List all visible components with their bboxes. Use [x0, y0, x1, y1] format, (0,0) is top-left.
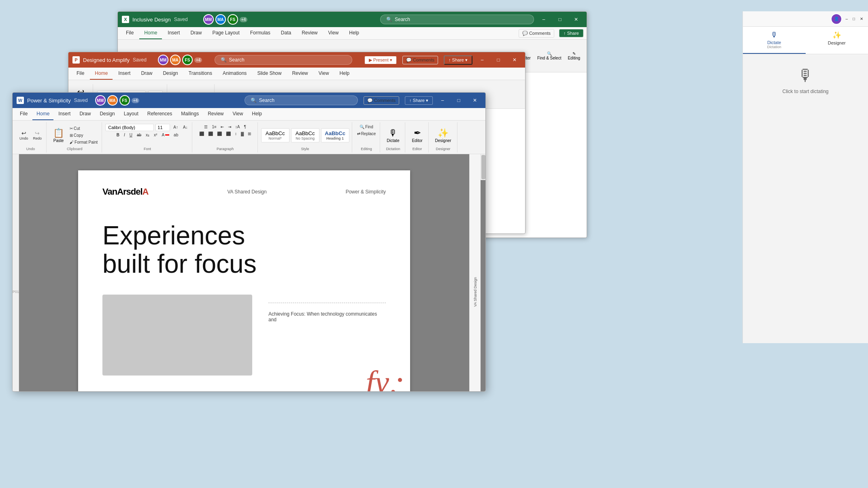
excel-tab-pagelayout[interactable]: Page Layout: [207, 27, 244, 39]
word-bold-btn[interactable]: B: [115, 132, 121, 138]
word-undo-btn[interactable]: ↩ Undo: [17, 129, 30, 142]
right-panel-close[interactable]: ✕: [858, 16, 865, 22]
word-tab-home[interactable]: Home: [32, 108, 53, 120]
word-underline-btn[interactable]: U: [128, 132, 134, 138]
word-format-paint-btn[interactable]: 🖌 Format Paint: [68, 139, 99, 145]
right-panel-tab-designer[interactable]: ✨ Designer: [806, 27, 868, 54]
excel-tab-view[interactable]: View: [323, 27, 344, 39]
line-spacing-btn[interactable]: ↕: [233, 131, 238, 137]
right-panel-maximize[interactable]: □: [851, 16, 857, 22]
word-maximize-btn[interactable]: □: [452, 95, 465, 106]
style-heading1[interactable]: AaBbCc Heading 1: [321, 128, 349, 142]
excel-tab-review[interactable]: Review: [297, 27, 322, 39]
ppt-minimize-btn[interactable]: –: [476, 55, 489, 65]
align-center-btn[interactable]: ⬛: [206, 131, 215, 137]
word-paste-btn[interactable]: 📋 Paste: [50, 126, 67, 144]
ppt-tab-design[interactable]: Design: [158, 68, 183, 80]
right-panel-tab-dictation[interactable]: 🎙 Dictate Dictation: [743, 27, 806, 54]
word-strikethrough-btn[interactable]: ab: [135, 132, 143, 138]
excel-close-btn[interactable]: ✕: [570, 14, 583, 25]
word-redo-btn[interactable]: ↪ Redo: [31, 129, 44, 142]
style-normal[interactable]: AaBbCc Normal*: [261, 128, 289, 142]
excel-tab-data[interactable]: Data: [276, 27, 296, 39]
borders-btn[interactable]: ⊞: [246, 131, 253, 137]
justify-btn[interactable]: ⬛: [224, 131, 232, 137]
word-font-input[interactable]: [105, 124, 154, 131]
align-right-btn[interactable]: ⬛: [215, 131, 223, 137]
word-fontsize-input[interactable]: [155, 124, 170, 131]
excel-maximize-btn[interactable]: □: [553, 14, 566, 25]
excel-search-box[interactable]: 🔍 Search: [380, 15, 534, 24]
word-tab-review[interactable]: Review: [204, 108, 228, 120]
bullet-list-btn[interactable]: ☰: [202, 124, 209, 130]
ppt-tab-home[interactable]: Home: [90, 68, 113, 80]
ppt-tab-file[interactable]: File: [72, 68, 89, 80]
ppt-share-btn[interactable]: ↑ Share ▾: [444, 55, 472, 65]
excel-find-btn[interactable]: 🔍Find & Select: [535, 50, 564, 62]
word-subscript-btn[interactable]: x₂: [144, 132, 151, 138]
ppt-present-btn[interactable]: ▶ Present ▾: [364, 56, 397, 64]
word-tab-draw[interactable]: Draw: [75, 108, 95, 120]
indent-increase-btn[interactable]: ⇥: [226, 124, 233, 130]
ppt-tab-slideshow[interactable]: Slide Show: [252, 68, 286, 80]
excel-share-btn[interactable]: ↑ Share: [559, 29, 583, 37]
ppt-maximize-btn[interactable]: □: [492, 55, 505, 65]
excel-tab-draw[interactable]: Draw: [185, 27, 206, 39]
ppt-close-btn[interactable]: ✕: [508, 55, 521, 65]
word-tab-layout[interactable]: Layout: [120, 108, 143, 120]
excel-tab-formulas[interactable]: Formulas: [245, 27, 275, 39]
ppt-tab-view[interactable]: View: [314, 68, 334, 80]
word-italic-btn[interactable]: I: [122, 132, 127, 138]
sort-btn[interactable]: ↕A: [234, 124, 242, 130]
word-superscript-btn[interactable]: x²: [152, 132, 159, 138]
word-tab-help[interactable]: Help: [248, 108, 266, 120]
excel-tab-file[interactable]: File: [121, 27, 138, 39]
ppt-search-box[interactable]: 🔍 Search: [215, 55, 352, 65]
word-tab-mailings[interactable]: Mailings: [177, 108, 203, 120]
excel-comments-btn[interactable]: 💬 Comments: [519, 29, 554, 38]
word-scrollbar[interactable]: [481, 154, 485, 180]
align-left-btn[interactable]: ⬛: [198, 131, 206, 137]
indent-decrease-btn[interactable]: ⇤: [219, 124, 226, 130]
word-comments-btn[interactable]: 💬 Comments: [364, 96, 399, 105]
font-grow-btn[interactable]: A↑: [172, 124, 180, 130]
style-no-spacing[interactable]: AaBbCc No Spacing: [291, 128, 319, 142]
ppt-tab-help[interactable]: Help: [335, 68, 355, 80]
excel-minimize-btn[interactable]: –: [537, 14, 550, 25]
word-editor-btn[interactable]: ✒ Editor: [408, 126, 425, 144]
ppt-tab-draw[interactable]: Draw: [136, 68, 157, 80]
excel-tab-home[interactable]: Home: [139, 27, 162, 39]
word-share-btn[interactable]: ↑ Share ▾: [405, 96, 433, 105]
show-marks-btn[interactable]: ¶: [242, 124, 247, 130]
word-tab-file[interactable]: File: [16, 108, 32, 120]
word-copy-btn[interactable]: ⊞ Copy: [68, 132, 99, 138]
word-find-btn[interactable]: 🔍 Find: [358, 124, 374, 130]
ppt-tab-transitions[interactable]: Transitions: [184, 68, 217, 80]
ppt-comments-btn[interactable]: 💬 Comments: [402, 56, 438, 64]
word-cut-btn[interactable]: ✂ Cut: [68, 125, 99, 132]
word-dictate-btn[interactable]: 🎙 Dictate: [383, 126, 402, 144]
word-designer-btn[interactable]: ✨ Designer: [432, 126, 455, 144]
word-tab-insert[interactable]: Insert: [54, 108, 74, 120]
scrollbar-thumb[interactable]: [481, 155, 485, 179]
numbered-list-btn[interactable]: 1≡: [210, 124, 218, 130]
word-tab-design[interactable]: Design: [96, 108, 119, 120]
word-minimize-btn[interactable]: –: [436, 95, 449, 106]
ppt-tab-insert[interactable]: Insert: [113, 68, 135, 80]
word-tab-references[interactable]: References: [143, 108, 176, 120]
excel-tab-insert[interactable]: Insert: [163, 27, 185, 39]
word-search-box[interactable]: 🔍 Search: [245, 95, 358, 105]
ppt-tab-animations[interactable]: Animations: [218, 68, 251, 80]
font-color-btn[interactable]: A: [160, 132, 171, 138]
word-close-btn[interactable]: ✕: [468, 95, 481, 106]
excel-editing-btn[interactable]: ✎Editing: [565, 50, 583, 62]
word-tab-view[interactable]: View: [229, 108, 247, 120]
page-container[interactable]: VanArsdelA VA Shared Design Power & Simp…: [19, 154, 469, 392]
word-scroll-area[interactable]: P01 VanArsdelA VA Shared Design Power & …: [13, 154, 485, 392]
shading-btn[interactable]: ▓: [239, 131, 245, 137]
ppt-tab-review[interactable]: Review: [287, 68, 313, 80]
word-replace-btn[interactable]: ⇄ Replace: [355, 131, 378, 137]
font-shrink-btn[interactable]: A↓: [181, 124, 189, 130]
right-panel-minimize[interactable]: –: [844, 16, 849, 22]
excel-tab-help[interactable]: Help: [344, 27, 364, 39]
